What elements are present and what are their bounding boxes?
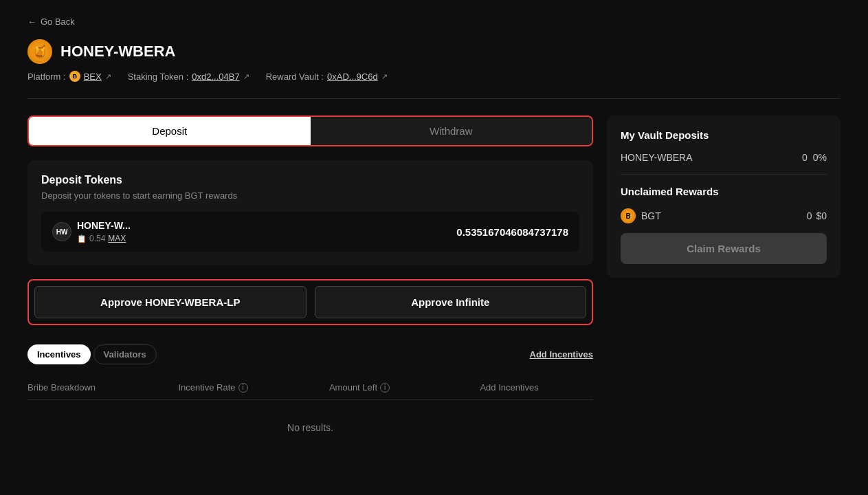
left-panel: Deposit Withdraw Deposit Tokens Deposit … — [27, 116, 593, 455]
incentives-table-header: Bribe Breakdown Incentive Rate i Amount … — [27, 375, 593, 400]
add-col-label: Add Incentives — [480, 382, 538, 393]
deposit-tab[interactable]: Deposit — [29, 117, 311, 145]
copy-icon: 📋 — [77, 234, 87, 243]
amount-col-label: Amount Left — [329, 382, 377, 393]
vault-values: 0 0% — [802, 152, 827, 163]
token-balance-row: 📋 0.54 MAX — [77, 234, 131, 243]
token-balance: 0.54 — [89, 234, 105, 243]
approve-infinite-button[interactable]: Approve Infinite — [315, 286, 587, 318]
deposit-section: Deposit Tokens Deposit your tokens to st… — [27, 160, 593, 265]
staking-meta: Staking Token : 0xd2...04B7 ↗ — [128, 72, 249, 82]
staking-external-icon: ↗ — [243, 72, 249, 81]
rewards-values: 0 $0 — [807, 210, 827, 221]
external-link-icon: ↗ — [105, 72, 111, 81]
page-title: HONEY-WBERA — [60, 43, 175, 60]
back-link[interactable]: ← Go Back — [27, 16, 841, 27]
vault-meta: Reward Vault : 0xAD...9C6d ↗ — [266, 72, 388, 82]
incentives-tab[interactable]: Incentives — [27, 344, 91, 364]
token-input-row: HW HONEY-W... 📋 0.54 MAX 0.5351 — [41, 212, 579, 252]
rewards-card-title: Unclaimed Rewards — [621, 186, 827, 197]
token-logo-icon: 🍯 — [27, 39, 52, 64]
token-logo: HW — [52, 222, 71, 241]
rewards-usd: $0 — [816, 210, 827, 221]
max-button[interactable]: MAX — [108, 234, 126, 243]
staking-label: Staking Token : — [128, 72, 189, 82]
vault-row: HONEY-WBERA 0 0% — [621, 152, 827, 163]
rewards-amount: 0 — [807, 210, 812, 221]
bribe-col-header: Bribe Breakdown — [27, 382, 178, 393]
add-col-header: Add Incentives — [480, 382, 593, 393]
bribe-col-label: Bribe Breakdown — [27, 382, 96, 393]
vault-label: Reward Vault : — [266, 72, 324, 82]
incentives-top: Incentives Validators Add Incentives — [27, 344, 593, 364]
main-layout: Deposit Withdraw Deposit Tokens Deposit … — [27, 116, 841, 455]
vault-link[interactable]: 0xAD...9C6d — [327, 72, 378, 82]
incentives-section: Incentives Validators Add Incentives Bri… — [27, 344, 593, 455]
rate-info-icon: i — [238, 383, 248, 393]
vault-percent: 0% — [813, 152, 827, 163]
token-name: HONEY-W... — [77, 220, 131, 231]
deposit-title: Deposit Tokens — [41, 174, 579, 186]
rate-col-header: Incentive Rate i — [178, 382, 329, 393]
back-arrow-icon: ← — [27, 16, 36, 27]
withdraw-tab[interactable]: Withdraw — [311, 117, 592, 145]
page-header: 🍯 HONEY-WBERA — [27, 39, 841, 64]
bgt-icon: B — [621, 208, 636, 223]
vault-divider — [621, 174, 827, 175]
right-panel: My Vault Deposits HONEY-WBERA 0 0% Uncla… — [607, 116, 841, 289]
back-label: Go Back — [41, 16, 75, 27]
amount-info-icon: i — [380, 383, 390, 393]
incentives-tab-group: Incentives Validators — [27, 344, 157, 364]
meta-row: Platform : B BEX ↗ Staking Token : 0xd2.… — [27, 71, 841, 82]
platform-link[interactable]: BEX — [84, 72, 102, 82]
staking-link[interactable]: 0xd2...04B7 — [192, 72, 239, 82]
bex-icon: B — [69, 71, 80, 82]
deposit-subtitle: Deposit your tokens to start earning BGT… — [41, 190, 579, 201]
action-buttons: Approve HONEY-WBERA-LP Approve Infinite — [27, 279, 593, 325]
add-incentives-header-link[interactable]: Add Incentives — [530, 349, 593, 360]
no-results: No results. — [27, 400, 593, 455]
amount-col-header: Amount Left i — [329, 382, 480, 393]
deposit-withdraw-tabs: Deposit Withdraw — [27, 116, 593, 146]
bgt-label: B BGT — [621, 208, 661, 223]
approve-honey-button[interactable]: Approve HONEY-WBERA-LP — [34, 286, 307, 318]
rate-col-label: Incentive Rate — [178, 382, 235, 393]
header-divider — [27, 98, 841, 99]
platform-meta: Platform : B BEX ↗ — [27, 71, 111, 82]
bgt-token-name: BGT — [641, 210, 661, 221]
vault-deposits-card: My Vault Deposits HONEY-WBERA 0 0% Uncla… — [607, 116, 841, 278]
rewards-row: B BGT 0 $0 — [621, 208, 827, 223]
vault-token-label: HONEY-WBERA — [621, 152, 693, 163]
validators-tab[interactable]: Validators — [93, 344, 157, 364]
vault-card-title: My Vault Deposits — [621, 129, 827, 141]
token-amount: 0.535167046084737178 — [456, 226, 568, 238]
token-selector: HW HONEY-W... 📋 0.54 MAX — [52, 220, 131, 243]
vault-external-icon: ↗ — [381, 72, 388, 81]
platform-label: Platform : — [27, 72, 66, 82]
vault-amount: 0 — [802, 152, 808, 163]
claim-rewards-button[interactable]: Claim Rewards — [621, 233, 827, 264]
